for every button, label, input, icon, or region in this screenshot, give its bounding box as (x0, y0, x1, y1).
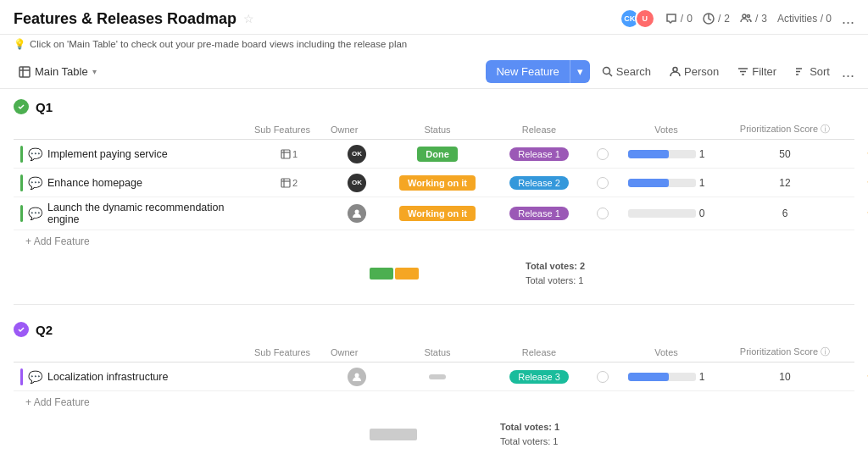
add-feature-q2[interactable]: + Add Feature (14, 391, 854, 413)
score-info-icon-q2[interactable]: ⓘ (821, 346, 830, 357)
group-header-q2: Q2 (14, 312, 854, 342)
vote-bar-fill (628, 373, 669, 381)
avatar-group: CK U (620, 8, 655, 29)
updates-count[interactable]: / 2 (703, 13, 730, 25)
new-feature-arrow[interactable]: ▾ (570, 60, 590, 83)
status-badge[interactable]: Done (417, 147, 458, 162)
avatar-2[interactable]: U (635, 8, 655, 29)
feature-name: Launch the dynamic recommendation engine (47, 202, 251, 225)
toolbar-left: Main Table ▾ (14, 62, 102, 81)
color-bar (20, 368, 23, 385)
owner-avatar[interactable]: OK (348, 174, 366, 192)
reach-cell: ★ ★ ★ ★ ★ (853, 148, 868, 160)
votes-bar-cell: 1 (615, 177, 717, 189)
score-info-icon[interactable]: ⓘ (821, 124, 830, 134)
col-reach: Reach (853, 125, 868, 135)
table-row: 💬 Localization infrastructure Release 3 (14, 363, 854, 391)
release-cell[interactable]: Release 3 (488, 370, 590, 384)
status-badge[interactable]: Working on it (399, 175, 476, 191)
owner-avatar[interactable] (348, 204, 366, 223)
bar-group-q2 (370, 429, 417, 440)
vote-icon-cell (590, 371, 615, 383)
topbar-more-button[interactable]: ... (842, 11, 854, 26)
page-title: Features & Releases Roadmap (14, 10, 236, 28)
vote-bar-wrap (628, 373, 696, 381)
comments-count[interactable]: / 0 (665, 13, 693, 25)
sub-count[interactable]: 1 (281, 149, 298, 159)
release-cell[interactable]: Release 2 (488, 176, 590, 190)
table-row: 💬 Launch the dynamic recommendation engi… (14, 197, 854, 230)
group-title-q1: Q1 (36, 100, 53, 114)
sort-button[interactable]: Sort (788, 61, 837, 82)
status-cell[interactable] (387, 374, 488, 379)
color-bar (20, 174, 23, 191)
comment-icon[interactable]: 💬 (28, 207, 42, 220)
search-button[interactable]: Search (595, 61, 658, 82)
add-feature-q1[interactable]: + Add Feature (14, 230, 854, 252)
group-q2: Q2 Sub Features Owner Status Release Vot… (14, 312, 854, 451)
vote-circle[interactable] (597, 177, 609, 189)
vote-circle[interactable] (597, 371, 609, 383)
toolbar: Main Table ▾ New Feature ▾ Search Person… (0, 55, 868, 89)
comment-icon[interactable]: 💬 (28, 147, 42, 161)
release-badge[interactable]: Release 1 (509, 147, 569, 161)
table-row: 💬 Implement paying service 1 OK Done Rel (14, 140, 854, 169)
color-bar (20, 146, 23, 163)
status-badge[interactable] (429, 374, 446, 379)
hint-bar: 💡 Click on 'Main Table' to check out you… (0, 35, 868, 55)
vote-bar-container: 1 (628, 371, 705, 383)
col-owner: Owner (327, 125, 387, 135)
vote-count: 1 (699, 371, 705, 383)
owner-cell: OK (327, 174, 387, 192)
release-badge[interactable]: Release 1 (509, 207, 569, 220)
summary-row-q1: Total votes: 2 Total voters: 1 (14, 252, 854, 291)
vote-count: 0 (699, 208, 705, 219)
sub-count[interactable]: 2 (281, 178, 298, 188)
status-cell[interactable]: Done (387, 147, 488, 162)
chevron-down-icon: ▾ (92, 67, 97, 76)
reach-cell: ★ ★ ★ ★ ★ (853, 371, 868, 383)
col-votes: Votes (615, 125, 717, 135)
star-icon[interactable]: ☆ (243, 12, 254, 25)
svg-point-2 (747, 15, 749, 18)
vote-summary-q2: Total votes: 1 Total voters: 1 (500, 420, 559, 448)
col-release: Release (488, 125, 590, 135)
feature-name-cell: 💬 Implement paying service (14, 146, 251, 163)
summary-row-q2: Total votes: 1 Total voters: 1 (14, 413, 854, 451)
svg-point-21 (355, 210, 359, 214)
comment-icon[interactable]: 💬 (28, 176, 42, 190)
status-cell[interactable]: Working on it (387, 206, 488, 221)
group-icon-q2[interactable] (14, 322, 29, 337)
color-bar (20, 205, 23, 222)
release-badge[interactable]: Release 3 (509, 370, 569, 384)
group-icon-q1[interactable] (14, 99, 29, 114)
group-q1: Q1 Sub Features Owner Status Release Vot… (14, 89, 854, 291)
owner-avatar[interactable] (348, 368, 366, 386)
release-cell[interactable]: Release 1 (488, 207, 590, 220)
vote-bar-fill (628, 179, 669, 187)
feature-name: Localization infrastructure (47, 371, 168, 383)
status-cell[interactable]: Working on it (387, 175, 488, 191)
summary-bar-q2-gray (370, 429, 417, 440)
toolbar-more-button[interactable]: ... (842, 64, 854, 80)
release-cell[interactable]: Release 1 (488, 147, 590, 161)
hint-text: Click on 'Main Table' to check out your … (30, 39, 407, 49)
reach-cell: ★ ★ ★ ★ ★ (853, 208, 868, 219)
feature-name: Implement paying service (47, 148, 168, 160)
vote-circle[interactable] (597, 148, 609, 160)
filter-button[interactable]: Filter (731, 61, 783, 82)
owner-avatar[interactable]: OK (348, 145, 366, 163)
new-feature-button[interactable]: New Feature ▾ (486, 60, 589, 83)
activities[interactable]: Activities / 0 (777, 13, 832, 25)
divider (14, 304, 854, 305)
status-badge[interactable]: Working on it (399, 206, 476, 221)
person-button[interactable]: Person (663, 61, 726, 82)
members-count[interactable]: / 3 (740, 13, 767, 25)
release-badge[interactable]: Release 2 (509, 176, 569, 190)
main-table-button[interactable]: Main Table ▾ (14, 62, 102, 81)
comment-icon[interactable]: 💬 (28, 370, 42, 384)
vote-circle[interactable] (597, 208, 609, 219)
feature-name-cell: 💬 Localization infrastructure (14, 368, 251, 385)
svg-rect-18 (281, 179, 290, 187)
reach-cell: ★ ★ ★ ★ ★ (853, 177, 868, 189)
